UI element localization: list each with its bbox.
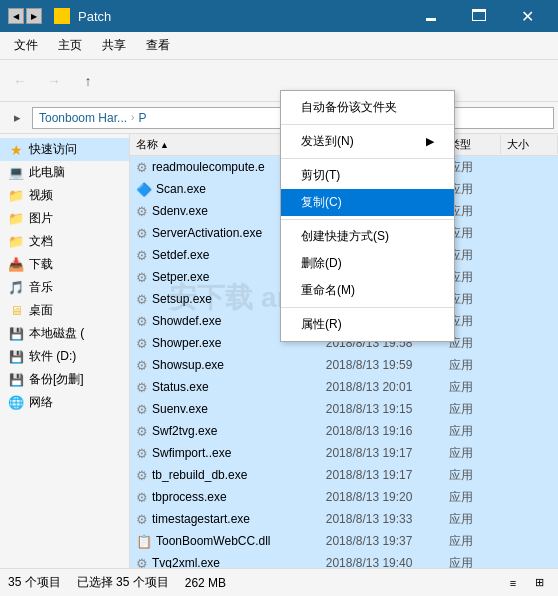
file-name-cell: 📋 ToonBoomWebCC.dll — [130, 533, 320, 550]
back-btn[interactable]: ← — [4, 65, 36, 97]
title-bar: ◀ ▶ Patch 🗕 🗖 ✕ — [0, 0, 558, 32]
item-count: 35 个项目 — [8, 574, 61, 591]
table-row[interactable]: ⚙ Tvg2xml.exe 2018/8/13 19:40 应用 — [130, 552, 558, 568]
localdisk-icon: 💾 — [8, 326, 24, 342]
table-row[interactable]: ⚙ tbprocess.exe 2018/8/13 19:20 应用 — [130, 486, 558, 508]
table-row[interactable]: 📋 ToonBoomWebCC.dll 2018/8/13 19:37 应用 — [130, 530, 558, 552]
title-bar-controls: ◀ ▶ — [8, 8, 42, 24]
sidebar-item-video[interactable]: 📁 视频 — [0, 184, 129, 207]
sidebar-item-quickaccess[interactable]: ★ 快速访问 — [0, 138, 129, 161]
back-history-btn[interactable]: ◀ — [8, 8, 24, 24]
menu-file[interactable]: 文件 — [4, 33, 48, 58]
file-type-cell: 应用 — [443, 532, 500, 551]
sidebar-item-music[interactable]: 🎵 音乐 — [0, 276, 129, 299]
table-row[interactable]: ⚙ Suenv.exe 2018/8/13 19:15 应用 — [130, 398, 558, 420]
file-type-cell: 应用 — [443, 400, 500, 419]
forward-history-btn[interactable]: ▶ — [26, 8, 42, 24]
tile-view-btn[interactable]: ⊞ — [528, 572, 550, 594]
file-date-cell: 2018/8/13 19:37 — [320, 533, 444, 549]
context-menu-item[interactable]: 重命名(M) — [281, 277, 454, 304]
context-menu-item[interactable]: 发送到(N)▶ — [281, 128, 454, 155]
file-icon: ⚙ — [136, 248, 148, 263]
file-icon: ⚙ — [136, 556, 148, 569]
close-button[interactable]: ✕ — [504, 0, 550, 32]
file-icon: ⚙ — [136, 292, 148, 307]
sidebar-computer-label: 此电脑 — [29, 164, 65, 181]
menu-home[interactable]: 主页 — [48, 33, 92, 58]
file-size-cell — [501, 496, 558, 498]
col-header-size[interactable]: 大小 — [501, 135, 558, 154]
breadcrumb-p[interactable]: P — [138, 111, 146, 125]
table-row[interactable]: ⚙ Swfimport..exe 2018/8/13 19:17 应用 — [130, 442, 558, 464]
file-size-cell — [501, 518, 558, 520]
table-row[interactable]: ⚙ Showsup.exe 2018/8/13 19:59 应用 — [130, 354, 558, 376]
file-icon: ⚙ — [136, 204, 148, 219]
sidebar-item-software[interactable]: 💾 软件 (D:) — [0, 345, 129, 368]
context-menu-item[interactable]: 复制(C) — [281, 189, 454, 216]
file-date-cell: 2018/8/13 19:17 — [320, 467, 444, 483]
context-menu: 自动备份该文件夹发送到(N)▶剪切(T)复制(C)创建快捷方式(S)删除(D)重… — [280, 90, 455, 342]
file-icon: ⚙ — [136, 424, 148, 439]
sidebar-item-localdisk[interactable]: 💾 本地磁盘 ( — [0, 322, 129, 345]
file-type-cell: 应用 — [443, 422, 500, 441]
main-area: ★ 快速访问 💻 此电脑 📁 视频 📁 图片 📁 文档 📥 下载 🎵 音乐 — [0, 134, 558, 568]
menu-view[interactable]: 查看 — [136, 33, 180, 58]
file-size-cell — [501, 232, 558, 234]
view-controls: ≡ ⊞ — [502, 572, 550, 594]
sort-asc-icon: ▲ — [160, 140, 169, 150]
file-size-cell — [501, 430, 558, 432]
toolbar: ← → ↑ — [0, 60, 558, 102]
nav-bar: ▸ Toonboom Har... › P — [0, 102, 558, 134]
sidebar-item-downloads[interactable]: 📥 下载 — [0, 253, 129, 276]
table-row[interactable]: ⚙ tb_rebuild_db.exe 2018/8/13 19:17 应用 — [130, 464, 558, 486]
file-name-cell: ⚙ Swfimport..exe — [130, 445, 320, 462]
context-menu-item[interactable]: 删除(D) — [281, 250, 454, 277]
table-row[interactable]: ⚙ Swf2tvg.exe 2018/8/13 19:16 应用 — [130, 420, 558, 442]
sidebar-item-network[interactable]: 🌐 网络 — [0, 391, 129, 414]
context-menu-item[interactable]: 属性(R) — [281, 311, 454, 338]
file-name-cell: ⚙ Swf2tvg.exe — [130, 423, 320, 440]
computer-icon: 💻 — [8, 165, 24, 181]
sidebar-item-backup[interactable]: 💾 备份[勿删] — [0, 368, 129, 391]
sidebar-network-label: 网络 — [29, 394, 53, 411]
detail-view-btn[interactable]: ≡ — [502, 572, 524, 594]
sidebar-item-pictures[interactable]: 📁 图片 — [0, 207, 129, 230]
star-icon: ★ — [8, 142, 24, 158]
file-icon: ⚙ — [136, 468, 148, 483]
file-type-cell: 应用 — [443, 356, 500, 375]
file-icon: ⚙ — [136, 380, 148, 395]
up-btn[interactable]: ↑ — [72, 65, 104, 97]
forward-btn[interactable]: → — [38, 65, 70, 97]
context-menu-item[interactable]: 创建快捷方式(S) — [281, 223, 454, 250]
bc-separator: › — [131, 112, 134, 123]
breadcrumb-toonboom[interactable]: Toonboom Har... — [39, 111, 127, 125]
sidebar-documents-label: 文档 — [29, 233, 53, 250]
maximize-button[interactable]: 🗖 — [456, 0, 502, 32]
sidebar-item-documents[interactable]: 📁 文档 — [0, 230, 129, 253]
file-icon: ⚙ — [136, 336, 148, 351]
sidebar-item-computer[interactable]: 💻 此电脑 — [0, 161, 129, 184]
file-icon: ⚙ — [136, 512, 148, 527]
file-date-cell: 2018/8/13 19:40 — [320, 555, 444, 568]
menu-share[interactable]: 共享 — [92, 33, 136, 58]
file-name-cell: ⚙ timestagestart.exe — [130, 511, 320, 528]
minimize-button[interactable]: 🗕 — [408, 0, 454, 32]
file-date-cell: 2018/8/13 19:16 — [320, 423, 444, 439]
file-name-cell: ⚙ tb_rebuild_db.exe — [130, 467, 320, 484]
sidebar-quickaccess-label: 快速访问 — [29, 141, 77, 158]
selected-size: 262 MB — [185, 576, 226, 590]
file-size-cell — [501, 320, 558, 322]
context-menu-item[interactable]: 剪切(T) — [281, 162, 454, 189]
context-menu-item[interactable]: 自动备份该文件夹 — [281, 94, 454, 121]
table-row[interactable]: ⚙ Status.exe 2018/8/13 20:01 应用 — [130, 376, 558, 398]
table-row[interactable]: ⚙ timestagestart.exe 2018/8/13 19:33 应用 — [130, 508, 558, 530]
file-icon: ⚙ — [136, 160, 148, 175]
file-icon: ⚙ — [136, 402, 148, 417]
collapse-btn[interactable]: ▸ — [4, 105, 30, 131]
music-folder-icon: 🎵 — [8, 280, 24, 296]
sidebar: ★ 快速访问 💻 此电脑 📁 视频 📁 图片 📁 文档 📥 下载 🎵 音乐 — [0, 134, 130, 568]
sidebar-item-desktop[interactable]: 🖥 桌面 — [0, 299, 129, 322]
file-icon: ⚙ — [136, 446, 148, 461]
window-controls: 🗕 🗖 ✕ — [408, 0, 550, 32]
status-bar: 35 个项目 已选择 35 个项目 262 MB ≡ ⊞ — [0, 568, 558, 596]
